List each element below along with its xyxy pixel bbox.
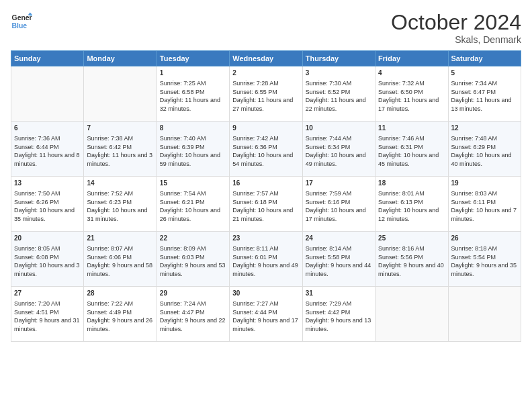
day-number: 28 (87, 289, 153, 298)
sunrise-text: Sunrise: 7:46 AM (378, 135, 425, 142)
sunrise-text: Sunrise: 8:14 AM (306, 245, 352, 252)
sunrise-text: Sunrise: 8:18 AM (451, 245, 498, 252)
daylight-text: Daylight: 10 hours and 54 minutes. (232, 152, 293, 167)
calendar-cell: 10Sunrise: 7:44 AMSunset: 6:34 PMDayligh… (302, 122, 375, 177)
sunrise-text: Sunrise: 7:24 AM (160, 300, 206, 307)
day-number: 10 (306, 124, 372, 133)
daylight-text: Daylight: 10 hours and 49 minutes. (306, 152, 366, 167)
daylight-text: Daylight: 11 hours and 3 minutes. (87, 152, 152, 167)
header-sunday: Sunday (11, 51, 84, 66)
daylight-text: Daylight: 11 hours and 8 minutes. (14, 152, 80, 167)
sunset-text: Sunset: 4:47 PM (160, 309, 205, 316)
sunset-text: Sunset: 5:56 PM (378, 254, 423, 261)
calendar-cell: 7Sunrise: 7:38 AMSunset: 6:42 PMDaylight… (84, 122, 157, 177)
day-number: 27 (14, 289, 81, 298)
sunrise-text: Sunrise: 7:34 AM (451, 80, 498, 87)
sunset-text: Sunset: 4:51 PM (14, 309, 59, 316)
calendar-cell: 4Sunrise: 7:32 AMSunset: 6:50 PMDaylight… (375, 66, 448, 122)
sunset-text: Sunset: 6:16 PM (306, 199, 351, 205)
day-number: 31 (306, 289, 372, 298)
day-number: 8 (160, 124, 226, 133)
calendar-cell: 31Sunrise: 7:29 AMSunset: 4:42 PMDayligh… (302, 287, 375, 342)
sunrise-text: Sunrise: 7:52 AM (87, 190, 133, 197)
day-number: 14 (87, 179, 153, 188)
sunset-text: Sunset: 6:52 PM (306, 89, 351, 95)
daylight-text: Daylight: 10 hours and 35 minutes. (14, 207, 75, 222)
calendar-cell: 28Sunrise: 7:22 AMSunset: 4:49 PMDayligh… (84, 287, 157, 342)
calendar-cell: 30Sunrise: 7:27 AMSunset: 4:44 PMDayligh… (230, 287, 302, 342)
calendar-cell: 18Sunrise: 8:01 AMSunset: 6:13 PMDayligh… (375, 177, 448, 232)
calendar-cell: 27Sunrise: 7:20 AMSunset: 4:51 PMDayligh… (11, 287, 84, 342)
sunset-text: Sunset: 6:13 PM (378, 199, 423, 205)
page-header: General Blue October 2024 Skals, Denmark (11, 11, 521, 45)
sunset-text: Sunset: 5:58 PM (306, 254, 351, 261)
day-number: 1 (160, 68, 226, 78)
day-number: 3 (306, 68, 372, 78)
day-number: 19 (451, 179, 518, 188)
calendar-cell: 25Sunrise: 8:16 AMSunset: 5:56 PMDayligh… (375, 232, 448, 287)
calendar-cell: 6Sunrise: 7:36 AMSunset: 6:44 PMDaylight… (11, 122, 84, 177)
sunrise-text: Sunrise: 7:54 AM (160, 190, 206, 197)
calendar-cell: 22Sunrise: 8:09 AMSunset: 6:03 PMDayligh… (157, 232, 229, 287)
sunrise-text: Sunrise: 7:38 AM (87, 135, 133, 142)
sunrise-text: Sunrise: 8:11 AM (232, 245, 279, 252)
sunset-text: Sunset: 6:55 PM (232, 89, 277, 95)
weekday-header-row: Sunday Monday Tuesday Wednesday Thursday… (11, 51, 521, 66)
sunrise-text: Sunrise: 8:09 AM (160, 245, 206, 252)
sunset-text: Sunset: 6:50 PM (378, 89, 423, 95)
daylight-text: Daylight: 10 hours and 45 minutes. (378, 152, 439, 167)
sunrise-text: Sunrise: 7:28 AM (232, 80, 279, 87)
calendar-cell (84, 66, 157, 122)
sunset-text: Sunset: 6:47 PM (451, 89, 496, 95)
header-monday: Monday (84, 51, 157, 66)
sunset-text: Sunset: 6:03 PM (160, 254, 205, 261)
calendar-cell: 8Sunrise: 7:40 AMSunset: 6:39 PMDaylight… (157, 122, 229, 177)
sunrise-text: Sunrise: 8:16 AM (378, 245, 425, 252)
calendar-cell: 3Sunrise: 7:30 AMSunset: 6:52 PMDaylight… (302, 66, 375, 122)
day-number: 17 (306, 179, 372, 188)
day-number: 12 (451, 124, 518, 133)
daylight-text: Daylight: 9 hours and 40 minutes. (378, 262, 444, 277)
daylight-text: Daylight: 9 hours and 17 minutes. (232, 317, 298, 332)
sunset-text: Sunset: 6:23 PM (87, 199, 132, 205)
calendar-cell: 29Sunrise: 7:24 AMSunset: 4:47 PMDayligh… (157, 287, 229, 342)
day-number: 30 (232, 289, 299, 298)
sunset-text: Sunset: 6:42 PM (87, 144, 132, 150)
sunrise-text: Sunrise: 7:57 AM (232, 190, 279, 197)
sunrise-text: Sunrise: 7:48 AM (451, 135, 498, 142)
calendar-cell: 14Sunrise: 7:52 AMSunset: 6:23 PMDayligh… (84, 177, 157, 232)
calendar-cell: 15Sunrise: 7:54 AMSunset: 6:21 PMDayligh… (157, 177, 229, 232)
sunrise-text: Sunrise: 7:27 AM (232, 300, 279, 307)
sunset-text: Sunset: 6:44 PM (14, 144, 59, 150)
sunrise-text: Sunrise: 7:25 AM (160, 80, 206, 87)
calendar-cell: 2Sunrise: 7:28 AMSunset: 6:55 PMDaylight… (230, 66, 302, 122)
sunrise-text: Sunrise: 7:40 AM (160, 135, 206, 142)
calendar-cell: 23Sunrise: 8:11 AMSunset: 6:01 PMDayligh… (230, 232, 302, 287)
sunrise-text: Sunrise: 7:36 AM (14, 135, 60, 142)
month-title: October 2024 (391, 11, 521, 34)
daylight-text: Daylight: 11 hours and 17 minutes. (378, 97, 439, 112)
day-number: 18 (378, 179, 445, 188)
calendar-table: Sunday Monday Tuesday Wednesday Thursday… (11, 50, 521, 342)
day-number: 23 (232, 234, 299, 243)
header-saturday: Saturday (448, 51, 521, 66)
sunset-text: Sunset: 6:58 PM (160, 89, 205, 95)
sunrise-text: Sunrise: 7:20 AM (14, 300, 60, 307)
sunset-text: Sunset: 6:11 PM (451, 199, 496, 205)
daylight-text: Daylight: 11 hours and 32 minutes. (160, 97, 220, 112)
daylight-text: Daylight: 9 hours and 13 minutes. (306, 317, 371, 332)
daylight-text: Daylight: 9 hours and 53 minutes. (160, 262, 226, 277)
daylight-text: Daylight: 10 hours and 12 minutes. (378, 207, 439, 222)
sunrise-text: Sunrise: 8:05 AM (14, 245, 60, 252)
sunset-text: Sunset: 4:44 PM (232, 309, 277, 316)
svg-text:Blue: Blue (12, 22, 28, 30)
sunrise-text: Sunrise: 7:30 AM (306, 80, 352, 87)
day-number: 5 (451, 68, 518, 78)
header-wednesday: Wednesday (230, 51, 302, 66)
sunset-text: Sunset: 6:31 PM (378, 144, 423, 150)
svg-text:General: General (12, 14, 32, 21)
daylight-text: Daylight: 9 hours and 31 minutes. (14, 317, 80, 332)
calendar-cell (11, 66, 84, 122)
day-number: 25 (378, 234, 445, 243)
day-number: 26 (451, 234, 518, 243)
